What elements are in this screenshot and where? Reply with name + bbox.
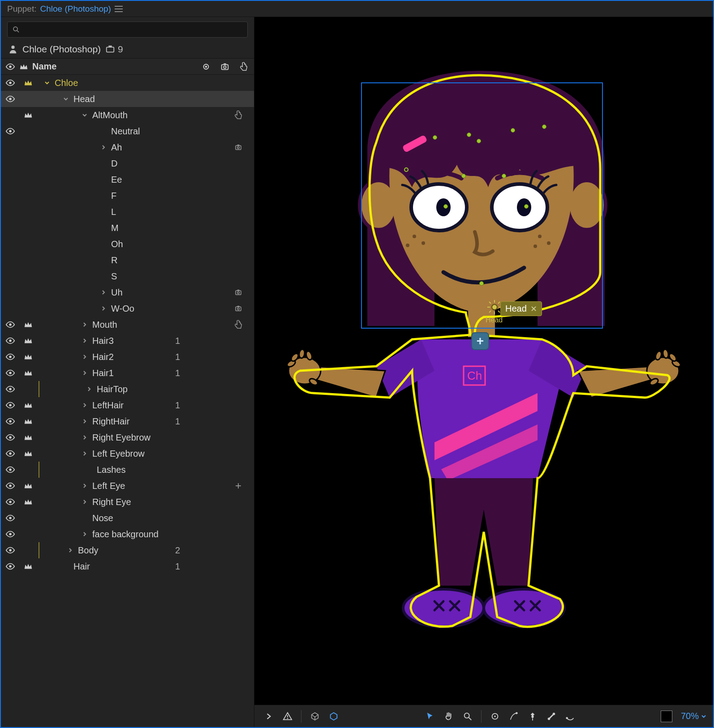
- layer-row-righthair[interactable]: RightHair1: [1, 413, 254, 429]
- mesh-wire-icon[interactable]: [307, 708, 323, 724]
- chevron-right-icon[interactable]: [81, 338, 89, 344]
- crown-icon[interactable]: [20, 561, 37, 571]
- chevron-right-icon[interactable]: [81, 354, 89, 360]
- layer-row-hair3[interactable]: Hair31: [1, 333, 254, 349]
- stick-tool-icon[interactable]: [543, 708, 559, 724]
- chevron-down-icon[interactable]: [43, 80, 51, 86]
- layer-row-hair2[interactable]: Hair21: [1, 349, 254, 365]
- pin-dot[interactable]: [443, 204, 448, 209]
- handle-tool-icon[interactable]: [487, 708, 503, 724]
- pin-dot[interactable]: [502, 174, 506, 178]
- eye-icon[interactable]: [1, 529, 20, 539]
- search-input[interactable]: [24, 25, 243, 34]
- layer-row-f[interactable]: F: [1, 188, 254, 204]
- pin-dot[interactable]: [542, 124, 546, 129]
- add-handle-button[interactable]: +: [471, 332, 489, 350]
- chevron-right-icon[interactable]: [85, 386, 93, 392]
- dangle-tool-icon[interactable]: [562, 708, 578, 724]
- pin-dot[interactable]: [461, 174, 466, 178]
- chevron-right-icon[interactable]: [99, 144, 108, 150]
- touch-header-icon[interactable]: [239, 62, 249, 72]
- mesh-outline-icon[interactable]: [326, 708, 342, 724]
- eye-icon[interactable]: [1, 126, 20, 136]
- eye-icon[interactable]: [1, 497, 20, 507]
- pin-tool-icon[interactable]: [525, 708, 541, 724]
- layer-row-leyebrow[interactable]: Left Eyebrow: [1, 445, 254, 462]
- bg-color-swatch[interactable]: [658, 708, 675, 724]
- selection-tag-close-icon[interactable]: ✕: [530, 304, 537, 314]
- crown-icon[interactable]: [20, 449, 37, 458]
- chevron-right-icon[interactable]: [99, 305, 108, 312]
- eye-icon[interactable]: [1, 416, 20, 426]
- chevron-right-icon[interactable]: [81, 418, 89, 424]
- chevron-right-icon[interactable]: [81, 370, 89, 376]
- crown-icon[interactable]: [20, 110, 37, 120]
- dragger-tool-icon[interactable]: [506, 708, 522, 724]
- chevron-right-icon[interactable]: [66, 547, 74, 553]
- crown-icon[interactable]: [20, 368, 37, 378]
- layer-row-lashes[interactable]: Lashes: [1, 462, 254, 478]
- layer-row-altmouth[interactable]: AltMouth: [1, 107, 254, 123]
- layer-row-uh[interactable]: Uh: [1, 284, 254, 300]
- eye-icon[interactable]: [1, 320, 20, 330]
- origin-icon[interactable]: [487, 300, 502, 314]
- chevron-right-icon[interactable]: [81, 483, 89, 489]
- eye-icon[interactable]: [1, 384, 20, 394]
- selection-box[interactable]: [361, 82, 603, 329]
- layer-row-reyebrow[interactable]: Right Eyebrow: [1, 429, 254, 445]
- plus-icon[interactable]: +: [227, 480, 249, 492]
- eye-icon[interactable]: [1, 400, 20, 410]
- gear-icon[interactable]: [227, 304, 249, 313]
- eye-icon[interactable]: [1, 481, 20, 491]
- crown-icon[interactable]: [20, 336, 37, 346]
- selection-tag[interactable]: Head ✕: [500, 301, 542, 316]
- gear-icon[interactable]: [227, 143, 249, 151]
- chevron-right-icon[interactable]: [81, 450, 89, 457]
- layer-row-woo[interactable]: W-Oo: [1, 300, 254, 317]
- layer-row-neutral[interactable]: Neutral: [1, 123, 254, 139]
- crown-icon[interactable]: [20, 497, 37, 507]
- layer-row-hair1[interactable]: Hair11: [1, 365, 254, 381]
- eye-icon[interactable]: [1, 78, 20, 88]
- record-header-icon[interactable]: [201, 62, 211, 72]
- pin-dot[interactable]: [524, 204, 529, 209]
- arrow-tool-icon[interactable]: [422, 708, 438, 724]
- layer-row-ee[interactable]: Ee: [1, 171, 254, 188]
- layer-row-r[interactable]: R: [1, 252, 254, 268]
- chevron-right-icon[interactable]: [81, 402, 89, 408]
- layer-row-body[interactable]: Body2: [1, 542, 254, 558]
- crown-icon[interactable]: [20, 433, 37, 442]
- crown-icon[interactable]: [20, 352, 37, 362]
- chevron-down-icon[interactable]: [81, 112, 89, 118]
- zoom-tool-icon[interactable]: [460, 708, 476, 724]
- chevron-right-icon[interactable]: [81, 321, 89, 328]
- eye-icon[interactable]: [1, 449, 20, 458]
- titlebar-doc-name[interactable]: Chloe (Photoshop): [40, 4, 111, 14]
- search-field[interactable]: [7, 21, 248, 38]
- eye-icon[interactable]: [1, 433, 20, 442]
- chevron-right-icon[interactable]: [81, 531, 89, 537]
- chevron-right-icon[interactable]: [81, 434, 89, 441]
- chevron-down-icon[interactable]: [62, 96, 70, 102]
- layer-row-hairtop[interactable]: HairTop: [1, 381, 254, 397]
- layer-tree[interactable]: ChloeHeadAltMouthNeutralAhDEeFLMOhRSUhW-…: [1, 75, 254, 727]
- expand-right-icon[interactable]: [261, 708, 277, 724]
- crown-header-icon[interactable]: [19, 62, 29, 72]
- eye-icon[interactable]: [1, 545, 20, 555]
- layer-row-m[interactable]: M: [1, 220, 254, 236]
- crown-icon[interactable]: [20, 400, 37, 410]
- eye-icon[interactable]: [1, 94, 20, 104]
- layer-row-mouth[interactable]: Mouth: [1, 317, 254, 333]
- gear-icon[interactable]: [227, 288, 249, 296]
- eye-icon[interactable]: [1, 561, 20, 571]
- layer-row-chloe[interactable]: Chloe: [1, 75, 254, 91]
- crown-icon[interactable]: [20, 481, 37, 491]
- layer-row-nose[interactable]: Nose: [1, 510, 254, 526]
- touch-icon[interactable]: [227, 320, 249, 330]
- layer-row-oh[interactable]: Oh: [1, 236, 254, 252]
- warning-icon[interactable]: [280, 708, 296, 724]
- layer-row-d[interactable]: D: [1, 155, 254, 171]
- eye-icon[interactable]: [1, 352, 20, 362]
- chevron-right-icon[interactable]: [81, 499, 89, 505]
- eye-icon[interactable]: [1, 465, 20, 475]
